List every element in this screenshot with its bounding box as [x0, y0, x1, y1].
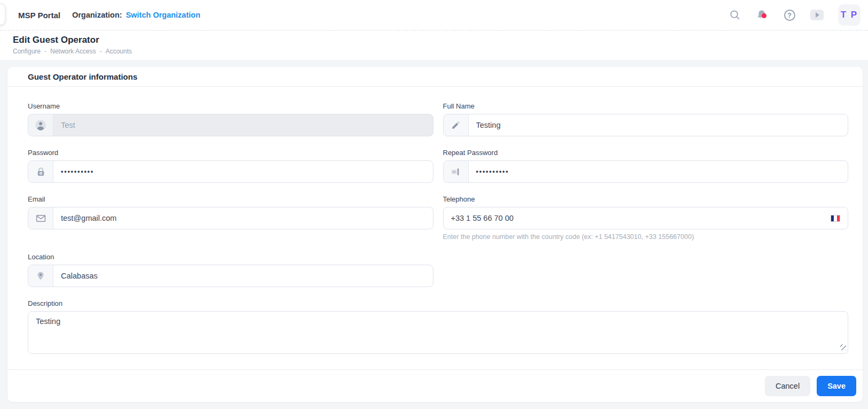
organization-label: Organization:	[72, 11, 122, 19]
telephone-helper-text: Enter the phone number with the country …	[443, 233, 849, 241]
full-name-label: Full Name	[443, 102, 849, 110]
username-label: Username	[28, 102, 433, 110]
description-textarea[interactable]: Testing	[28, 311, 848, 354]
lock-icon	[28, 161, 53, 182]
telephone-input[interactable]	[444, 207, 848, 229]
card-body: Username Full Name	[7, 87, 863, 369]
repeat-password-label: Repeat Password	[443, 149, 849, 157]
organization-switcher: Organization: Switch Organization	[72, 11, 200, 19]
telephone-input-group	[443, 207, 849, 229]
full-name-input[interactable]	[469, 114, 848, 136]
topbar-actions: ? T P	[728, 4, 861, 26]
telephone-field: Telephone Enter the phone number with th…	[443, 195, 849, 241]
play-tour-icon[interactable]	[810, 10, 824, 20]
location-input[interactable]	[53, 265, 433, 287]
username-input	[53, 114, 433, 136]
location-label: Location	[28, 253, 433, 261]
description-label: Description	[28, 299, 848, 307]
sidebar-toggle-tab[interactable]	[0, 4, 5, 25]
breadcrumb-network-access[interactable]: Network Access	[50, 48, 96, 55]
app-brand: MSP Portal	[18, 11, 60, 20]
user-icon	[28, 114, 53, 136]
save-button[interactable]: Save	[817, 376, 856, 396]
pencil-icon	[444, 114, 469, 136]
page-content: Guest Operator informations Username	[0, 60, 868, 409]
page-header: Edit Guest Operator Configure - Network …	[0, 30, 868, 60]
email-label: Email	[28, 195, 433, 203]
email-field: Email	[28, 195, 433, 241]
email-input[interactable]	[53, 207, 433, 229]
guest-operator-card: Guest Operator informations Username	[7, 67, 863, 402]
help-icon[interactable]: ?	[783, 9, 796, 21]
repeat-password-icon	[444, 161, 469, 182]
location-input-group	[28, 265, 433, 287]
full-name-field: Full Name	[443, 102, 849, 136]
location-field: Location	[28, 253, 433, 287]
search-icon[interactable]	[728, 9, 741, 21]
france-flag-icon	[831, 215, 840, 222]
map-pin-icon	[28, 265, 53, 287]
password-input-group	[28, 160, 433, 183]
user-avatar[interactable]: T P	[838, 4, 861, 26]
card-footer: Cancel Save	[7, 369, 863, 402]
breadcrumb-configure[interactable]: Configure	[13, 48, 41, 55]
resize-handle-icon[interactable]	[840, 344, 846, 350]
breadcrumb: Configure - Network Access - Accounts	[13, 48, 855, 55]
password-input[interactable]	[53, 161, 433, 182]
full-name-input-group	[443, 114, 849, 136]
switch-organization-link[interactable]: Switch Organization	[126, 11, 200, 19]
password-label: Password	[28, 149, 433, 157]
card-title: Guest Operator informations	[7, 67, 863, 87]
repeat-password-input-group	[443, 160, 849, 183]
description-field: Description Testing	[28, 299, 848, 354]
username-field: Username	[28, 102, 433, 136]
repeat-password-input[interactable]	[469, 161, 848, 182]
page-title: Edit Guest Operator	[13, 34, 855, 46]
empty-cell	[443, 253, 849, 287]
username-input-group	[28, 114, 433, 136]
repeat-password-field: Repeat Password	[443, 149, 849, 183]
top-bar: MSP Portal Organization: Switch Organiza…	[0, 0, 868, 30]
telephone-label: Telephone	[443, 195, 849, 203]
breadcrumb-accounts[interactable]: Accounts	[105, 48, 131, 55]
cancel-button[interactable]: Cancel	[765, 376, 810, 396]
password-field: Password	[28, 149, 433, 183]
notifications-bell-icon[interactable]	[756, 9, 769, 21]
email-input-group	[28, 207, 433, 229]
envelope-icon	[28, 207, 53, 229]
